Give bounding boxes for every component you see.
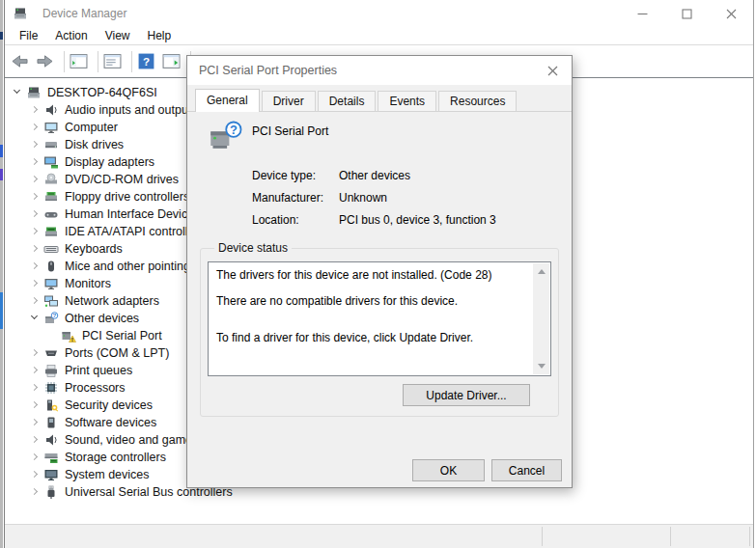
tab-details[interactable]: Details (318, 91, 377, 111)
network-adapter-icon (43, 293, 59, 309)
statusbar-divider (542, 527, 543, 546)
toolbar-separator (98, 51, 98, 72)
chevron-down-icon[interactable] (26, 310, 43, 327)
toolbar-separator (64, 51, 65, 72)
close-icon (547, 66, 558, 76)
minimize-icon (637, 9, 648, 19)
statusbar (5, 524, 753, 548)
chevron-right-icon[interactable] (26, 344, 43, 362)
field-value: Unknown (339, 190, 387, 206)
close-icon (726, 9, 737, 19)
chevron-right-icon[interactable] (26, 171, 43, 188)
device-field-row: Manufacturer:Unknown (252, 190, 558, 206)
chevron-right-icon[interactable] (26, 188, 43, 206)
chevron-right-icon[interactable] (26, 431, 43, 449)
scroll-up-icon[interactable] (533, 263, 549, 280)
scroll-down-icon[interactable] (533, 358, 549, 374)
floppy-controller-icon (43, 189, 59, 205)
chevron-right-icon[interactable] (26, 397, 43, 414)
chevron-right-icon[interactable] (26, 119, 43, 136)
usb-icon (43, 484, 59, 500)
help-button[interactable]: ? (137, 50, 160, 73)
chevron-placeholder (43, 327, 61, 344)
back-button[interactable] (11, 50, 34, 73)
menu-action[interactable]: Action (46, 27, 96, 44)
audio-icon (43, 102, 59, 118)
tree-item-label: DESKTOP-64QF6SI (47, 86, 157, 99)
help-icon: ? (137, 53, 155, 69)
ok-button[interactable]: OK (412, 459, 485, 481)
menubar: FileActionViewHelp (5, 27, 753, 45)
tab-general[interactable]: General (195, 89, 260, 112)
tab-resources[interactable]: Resources (438, 91, 517, 111)
menu-view[interactable]: View (97, 27, 139, 44)
chevron-right-icon[interactable] (26, 240, 43, 258)
hid-icon (43, 206, 59, 222)
chevron-right-icon[interactable] (26, 292, 43, 310)
field-label: Location: (252, 212, 339, 228)
chevron-right-icon[interactable] (26, 258, 43, 275)
tree-item-label: Security devices (65, 398, 153, 412)
device-manager-app-icon (13, 6, 28, 21)
properties-dialog: PCI Serial Port Properties GeneralDriver… (186, 55, 573, 488)
menu-file[interactable]: File (11, 27, 46, 44)
chevron-right-icon[interactable] (26, 275, 43, 292)
device-field-row: Device type:Other devices (252, 168, 558, 183)
toolbar-separator (131, 51, 132, 72)
chevron-right-icon[interactable] (26, 153, 43, 171)
dvd-drive-icon (43, 172, 59, 187)
printer-icon (43, 363, 59, 378)
action-pane-button[interactable] (162, 50, 185, 73)
device-info-fields: Device type:Other devicesManufacturer:Un… (252, 168, 558, 228)
tab-driver[interactable]: Driver (262, 91, 316, 111)
statusbar-divider (670, 527, 671, 546)
cancel-button[interactable]: Cancel (491, 459, 562, 481)
tab-events[interactable]: Events (378, 91, 436, 111)
chevron-right-icon[interactable] (26, 136, 43, 153)
tree-item-label: DVD/CD-ROM drives (65, 173, 179, 186)
chevron-right-icon[interactable] (26, 483, 43, 501)
back-icon (11, 53, 29, 69)
status-scrollbar[interactable] (533, 263, 549, 374)
tree-item-label: Display adapters (65, 155, 154, 169)
device-status-textbox[interactable]: The drivers for this device are not inst… (208, 261, 551, 376)
properties-button[interactable] (103, 50, 126, 73)
chevron-right-icon[interactable] (26, 362, 43, 379)
system-icon (43, 467, 59, 482)
show-console-tree-button[interactable] (70, 50, 93, 73)
chevron-right-icon[interactable] (26, 223, 43, 240)
minimize-button[interactable] (620, 0, 664, 27)
tree-item-label: PCI Serial Port (82, 329, 162, 342)
field-label: Manufacturer: (252, 190, 339, 206)
chevron-right-icon[interactable] (26, 379, 43, 397)
dialog-footer: OK Cancel (187, 459, 562, 481)
device-field-row: Location:PCI bus 0, device 3, function 3 (252, 212, 558, 228)
chevron-right-icon[interactable] (26, 414, 43, 431)
tab-strip: GeneralDriverDetailsEventsResources (187, 85, 572, 112)
background-edge-segment (0, 145, 3, 157)
dialog-close-button[interactable] (533, 56, 572, 85)
background-edge-segment (0, 32, 3, 40)
chevron-right-icon[interactable] (26, 449, 43, 466)
forward-button[interactable] (36, 50, 59, 73)
maximize-button[interactable] (664, 0, 709, 27)
field-value: PCI bus 0, device 3, function 3 (339, 212, 496, 228)
chevron-down-icon[interactable] (9, 84, 26, 101)
device-status-group: Device status The drivers for this devic… (200, 241, 559, 417)
chevron-right-icon[interactable] (26, 101, 43, 119)
tree-item-label: Other devices (65, 312, 139, 325)
forward-icon (36, 53, 54, 69)
update-driver-button[interactable]: Update Driver... (403, 384, 530, 406)
status-line: There are no compatible drivers for this… (216, 293, 527, 309)
tree-item-label: Floppy drive controllers (65, 190, 189, 204)
chevron-right-icon[interactable] (26, 206, 43, 223)
device-status-text: The drivers for this device are not inst… (209, 262, 550, 345)
device-status-legend: Device status (214, 241, 292, 255)
chevron-right-icon[interactable] (26, 466, 43, 483)
storage-icon (43, 450, 59, 465)
close-button[interactable] (709, 0, 753, 27)
tree-item-label: IDE ATA/ATAPI controllers (65, 225, 205, 238)
menu-help[interactable]: Help (139, 27, 181, 44)
tree-item-label: Keyboards (65, 242, 123, 256)
tree-item-label: Processors (65, 381, 126, 395)
